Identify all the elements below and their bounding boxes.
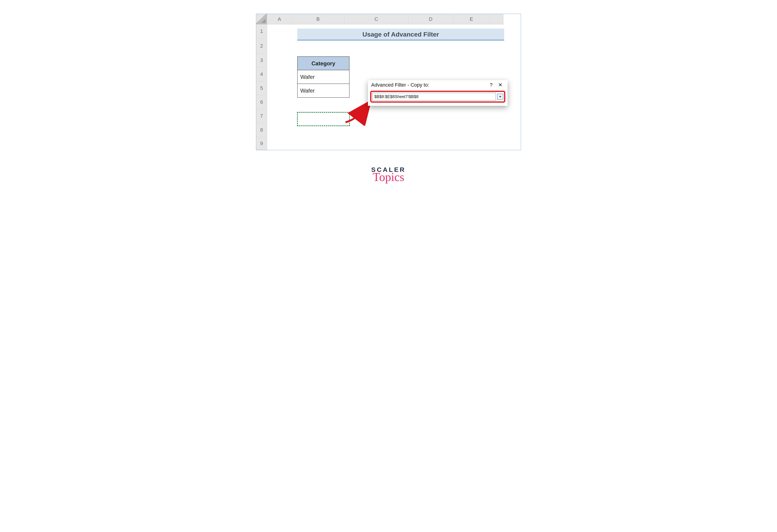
cell[interactable]	[292, 137, 344, 150]
cell[interactable]	[267, 54, 292, 67]
dialog-title: Advanced Filter - Copy to:	[371, 82, 429, 88]
cell[interactable]	[267, 68, 292, 81]
brand-logo: SCALER Topics	[371, 166, 406, 183]
row-header-2[interactable]: 2	[256, 38, 267, 54]
cell[interactable]	[453, 38, 490, 54]
col-header-spill	[490, 14, 504, 24]
cell[interactable]	[292, 38, 344, 54]
cell[interactable]	[408, 109, 453, 123]
cell[interactable]	[267, 38, 292, 54]
cell[interactable]	[344, 109, 408, 123]
cell[interactable]	[344, 38, 408, 54]
criteria-value[interactable]: Wafer	[297, 84, 349, 98]
cell[interactable]	[490, 68, 504, 81]
cell[interactable]	[344, 54, 408, 67]
cell[interactable]	[490, 54, 504, 67]
row-header-9[interactable]: 9	[256, 137, 267, 150]
cell[interactable]	[267, 81, 292, 95]
dialog-help-button[interactable]: ?	[486, 82, 496, 88]
logo-text-bottom: Topics	[371, 171, 406, 183]
col-header-A[interactable]: A	[267, 14, 292, 24]
criteria-value[interactable]: Wafer	[297, 70, 349, 84]
select-all-corner[interactable]	[256, 14, 267, 24]
cell[interactable]	[490, 137, 504, 150]
cell[interactable]	[267, 24, 292, 38]
cell[interactable]	[344, 68, 408, 81]
cell[interactable]	[267, 137, 292, 150]
cell[interactable]	[344, 123, 408, 137]
cell[interactable]	[408, 137, 453, 150]
advanced-filter-copyto-dialog[interactable]: Advanced Filter - Copy to: ? ✕	[368, 80, 508, 106]
cell[interactable]	[267, 123, 292, 137]
collapse-dialog-icon[interactable]	[497, 94, 503, 100]
cell[interactable]	[408, 38, 453, 54]
criteria-table: Category Wafer Wafer	[297, 57, 349, 98]
cell[interactable]	[490, 109, 504, 123]
row-header-5[interactable]: 5	[256, 81, 267, 95]
col-header-E[interactable]: E	[453, 14, 490, 24]
dialog-close-button[interactable]: ✕	[496, 82, 505, 88]
cell[interactable]	[267, 95, 292, 109]
row-header-7[interactable]: 7	[256, 109, 267, 123]
sheet-title: Usage of Advanced Filter	[297, 28, 504, 40]
cell[interactable]	[344, 137, 408, 150]
criteria-header[interactable]: Category	[297, 57, 349, 70]
col-header-C[interactable]: C	[344, 14, 408, 24]
copy-to-range-input[interactable]	[372, 93, 496, 101]
highlighted-input-area	[370, 91, 505, 103]
cell[interactable]	[490, 123, 504, 137]
col-header-D[interactable]: D	[408, 14, 453, 24]
cell[interactable]	[453, 123, 490, 137]
selection-marquee	[297, 112, 350, 126]
cell[interactable]	[408, 54, 453, 67]
row-header-4[interactable]: 4	[256, 68, 267, 81]
cell[interactable]	[453, 109, 490, 123]
dialog-titlebar[interactable]: Advanced Filter - Copy to: ? ✕	[368, 80, 508, 89]
excel-window: A B C D E 1 2 3 4 5 6 7 8 9 Usage of Adv…	[256, 14, 521, 150]
row-header-3[interactable]: 3	[256, 54, 267, 68]
row-header-8[interactable]: 8	[256, 123, 267, 137]
cell[interactable]	[408, 123, 453, 137]
cell[interactable]	[490, 38, 504, 54]
col-header-B[interactable]: B	[292, 14, 344, 24]
cell[interactable]	[267, 109, 292, 123]
cell[interactable]	[408, 68, 453, 81]
cell[interactable]	[453, 137, 490, 150]
cell[interactable]	[453, 54, 490, 67]
row-header-1[interactable]: 1	[256, 24, 267, 38]
cell[interactable]	[453, 68, 490, 81]
row-header-6[interactable]: 6	[256, 95, 267, 109]
